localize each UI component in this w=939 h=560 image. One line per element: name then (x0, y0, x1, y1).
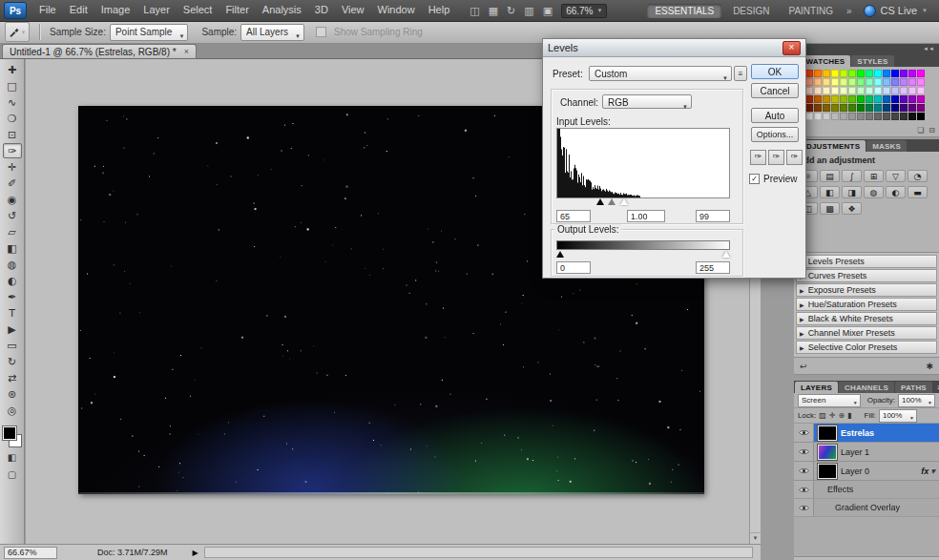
lock-position-icon[interactable]: ⊕ (838, 411, 845, 420)
tab-channels[interactable]: CHANNELS (839, 382, 894, 393)
swatch[interactable] (814, 87, 822, 94)
effects-row[interactable]: Effects (794, 481, 939, 499)
expand-panel-icon[interactable]: ↩ (800, 362, 807, 371)
swatch[interactable] (866, 95, 873, 103)
channel-select[interactable]: RGB ▼ (602, 94, 692, 109)
swatch[interactable] (891, 70, 899, 77)
tool-preset-picker[interactable]: ▼ (5, 22, 30, 42)
close-icon[interactable]: × (782, 41, 801, 55)
lasso-tool[interactable]: ∿ (3, 94, 22, 110)
swatch[interactable] (900, 70, 908, 77)
delete-swatch-icon[interactable]: ⊟ (929, 126, 935, 135)
gamma-slider-handle[interactable] (608, 198, 616, 205)
channel-mixer-icon[interactable]: ◍ (864, 186, 884, 198)
lock-all-icon[interactable]: ▮ (847, 411, 851, 420)
output-shadow-slider-handle[interactable] (556, 251, 564, 258)
swatch[interactable] (883, 104, 890, 112)
swatch[interactable] (866, 70, 873, 77)
close-tab-icon[interactable]: × (184, 47, 189, 56)
swatch[interactable] (917, 104, 925, 112)
sample-select[interactable]: All Layers ▼ (240, 24, 304, 41)
swatch[interactable] (874, 70, 882, 77)
invert-icon[interactable]: ◐ (886, 186, 906, 198)
crop-tool[interactable]: ⊡ (3, 127, 22, 142)
3d-camera-rotate-tool[interactable]: ⇄ (3, 370, 22, 385)
swatch[interactable] (857, 113, 865, 120)
type-tool[interactable]: T (3, 305, 22, 321)
swatch[interactable] (831, 113, 839, 120)
swatch[interactable] (823, 78, 830, 86)
input-highlight-field[interactable]: 99 (696, 210, 730, 222)
menu-3d[interactable]: 3D (308, 0, 335, 21)
status-flyout-icon[interactable]: ▶ (193, 549, 198, 557)
swatch[interactable] (908, 70, 916, 77)
path-selection-tool[interactable]: ▶ (3, 321, 22, 337)
tab-layers[interactable]: LAYERS (795, 382, 838, 393)
layer-row-estrelas[interactable]: Estrelas (794, 424, 939, 443)
swatch[interactable] (848, 95, 856, 103)
disclosure-triangle-icon[interactable]: ▶ (800, 330, 804, 337)
foreground-color-swatch[interactable] (3, 426, 16, 440)
cs-live-button[interactable]: CS Live ▼ (864, 5, 928, 17)
exposure-icon[interactable]: ⊞ (864, 170, 884, 182)
swatch[interactable] (874, 87, 882, 94)
auto-button[interactable]: Auto (751, 108, 799, 123)
reset-adjustment-icon[interactable]: ✱ (926, 362, 933, 371)
fill-select[interactable]: 100% ▼ (879, 409, 917, 423)
swatch[interactable] (866, 87, 873, 94)
swatch[interactable] (814, 104, 822, 112)
swatch[interactable] (805, 113, 813, 120)
3d-object-rotate-tool[interactable]: ↻ (3, 354, 22, 369)
layer-thumbnail[interactable] (818, 425, 837, 441)
bridge-icon[interactable]: ◫ (470, 6, 479, 16)
menu-help[interactable]: Help (422, 0, 457, 21)
zoom-percentage-field[interactable]: 66.67% (4, 547, 57, 559)
clone-stamp-tool[interactable]: ◉ (3, 192, 22, 207)
disclosure-triangle-icon[interactable]: ▶ (800, 287, 804, 294)
swatch[interactable] (908, 78, 916, 86)
screen-mode-icon[interactable]: ▣ (543, 6, 553, 16)
swatch[interactable] (805, 78, 813, 86)
swatch[interactable] (848, 113, 856, 120)
color-wells[interactable] (2, 425, 23, 448)
menu-edit[interactable]: Edit (63, 0, 94, 21)
disclosure-triangle-icon[interactable]: ▶ (800, 316, 804, 322)
history-brush-tool[interactable]: ↺ (3, 208, 22, 223)
swatch[interactable] (840, 95, 847, 103)
swatch[interactable] (874, 95, 882, 103)
swatch[interactable] (917, 113, 925, 120)
gradient-tool[interactable]: ◧ (3, 240, 22, 256)
move-tool[interactable]: ✚ (3, 62, 22, 77)
lock-transparency-icon[interactable]: ▨ (819, 411, 826, 420)
swatch[interactable] (814, 95, 822, 103)
preset-row[interactable]: ▶ Selective Color Presets (796, 341, 937, 354)
swatch[interactable] (900, 95, 908, 103)
swatch[interactable] (814, 113, 822, 120)
blend-mode-select[interactable]: Screen ▼ (798, 394, 861, 407)
blur-tool[interactable]: ◍ (3, 257, 22, 272)
swatch[interactable] (840, 87, 847, 94)
swatch[interactable] (908, 87, 916, 94)
swatch[interactable] (908, 113, 916, 120)
workspace-painting[interactable]: PAINTING (781, 4, 840, 18)
shape-tool[interactable]: ▭ (3, 338, 22, 353)
view-extras-icon[interactable]: ▦ (489, 6, 498, 16)
swatch[interactable] (831, 70, 839, 77)
vibrance-icon[interactable]: ▽ (886, 170, 906, 182)
layer-style-badge[interactable]: fx ▼ (921, 467, 935, 476)
new-swatch-icon[interactable]: ❏ (917, 126, 924, 135)
swatch[interactable] (866, 113, 873, 120)
preset-row[interactable]: ▶ Exposure Presets (796, 283, 937, 297)
eyedropper-tool[interactable]: ✑ (3, 143, 22, 158)
swatch[interactable] (883, 87, 890, 94)
tab-paths[interactable]: PATHS (895, 382, 932, 393)
panel-menu-icon[interactable]: ≡ (933, 383, 939, 393)
shadow-slider-handle[interactable] (596, 198, 604, 205)
eraser-tool[interactable]: ▱ (3, 224, 22, 239)
black-white-icon[interactable]: ◧ (820, 186, 840, 198)
swatch[interactable] (883, 78, 890, 86)
swatch[interactable] (891, 87, 899, 94)
swatch[interactable] (823, 70, 830, 77)
swatch[interactable] (840, 78, 847, 86)
gradient-map-icon[interactable]: ▩ (820, 202, 840, 215)
